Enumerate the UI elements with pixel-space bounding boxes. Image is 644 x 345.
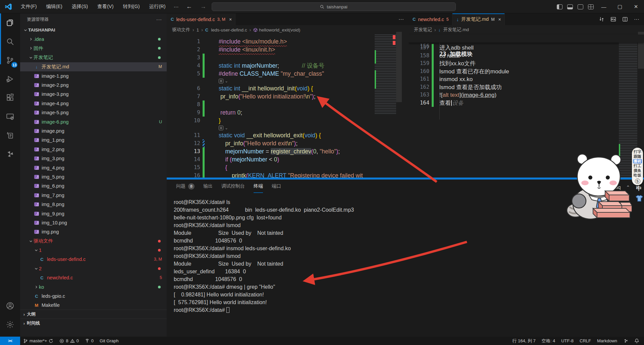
split-editor-icon[interactable] [622, 16, 628, 22]
customize-layout-icon[interactable] [588, 4, 594, 9]
search-view-icon[interactable] [0, 32, 20, 51]
codelens-row[interactable]: ⌄ [167, 78, 409, 84]
code-line-16[interactable]: 16 printk(KERN_ALERT "Registering device… [167, 171, 409, 178]
eol-sequence[interactable]: CRLF [577, 337, 594, 345]
panel-tab-端口[interactable]: 端口 [272, 180, 281, 193]
breadcrumb-item[interactable]: 开发笔记 [414, 27, 432, 33]
code-line-10[interactable]: 10} [167, 117, 409, 125]
md-line-164[interactable]: 164查看设备 [409, 99, 644, 107]
explorer-icon[interactable] [0, 13, 20, 32]
pet-menu-item-跟随[interactable]: 跟随 [633, 154, 642, 159]
md-line-160[interactable]: 160lsmod 查看已存在的module [409, 68, 644, 76]
tree-item-img_8.png[interactable]: img_8.png [20, 200, 167, 209]
toggle-sidebar-icon[interactable] [557, 4, 562, 9]
tab-leds-user-defind[interactable]: C leds-user-defind.c 3, M × [167, 13, 235, 25]
nav-back-button[interactable]: ← [182, 2, 196, 11]
menu-item-4[interactable]: 转到(G) [118, 2, 145, 11]
code-line-15[interactable]: 15 { [167, 163, 409, 171]
extensions-icon[interactable] [0, 88, 20, 107]
terminal-output[interactable]: root@RK356X:/data# ls200frames_count.h26… [174, 198, 354, 314]
pet-menu-s-badge[interactable]: S [635, 179, 640, 184]
toggle-panel-icon[interactable] [567, 4, 573, 9]
toggle-secondary-sidebar-icon[interactable] [578, 4, 583, 9]
panel-tab-输出[interactable]: 输出 [203, 180, 213, 193]
ports-status[interactable]: 0 [82, 337, 97, 345]
settings-gear-icon[interactable] [0, 315, 20, 334]
breadcrumb-item[interactable]: 驱动文件 [172, 27, 190, 33]
code-line-3[interactable]: 3 [167, 54, 409, 62]
outline-section[interactable]: ›大纲 [20, 309, 167, 319]
code-line-1[interactable]: 1#include <linux/module.h> [167, 38, 409, 46]
tree-item-img_7.png[interactable]: img_7.png [20, 191, 167, 200]
command-center-search[interactable]: taishanpai [212, 2, 456, 11]
pet-menu-item-摸鱼[interactable]: 摸鱼 [633, 168, 642, 173]
panel-tab-调试控制台[interactable]: 调试控制台 [221, 180, 245, 193]
panel-tab-终端[interactable]: 终端 [254, 180, 263, 193]
timeline-section[interactable]: ›时间线 [20, 319, 167, 328]
sticky-scroll-line[interactable]: 156 23.加载模块 [409, 34, 644, 43]
tree-item-.idea[interactable]: .idea [20, 34, 167, 44]
tree-item-开发笔记[interactable]: 开发笔记 [20, 53, 167, 62]
remote-explorer-icon[interactable] [0, 107, 20, 126]
scrollbar-left[interactable] [396, 32, 402, 102]
tree-item-固件[interactable]: 固件 [20, 44, 167, 53]
tree-item-TAISHANPAI[interactable]: TAISHANPAI [20, 25, 167, 34]
minimize-button[interactable]: — [596, 0, 612, 13]
md-line-162[interactable]: 162lsmod 查看是否加载成功 [409, 83, 644, 91]
indentation[interactable]: 空格: 4 [539, 337, 558, 345]
tree-item-img_9.png[interactable]: img_9.png [20, 209, 167, 218]
ai-status-icon[interactable] [620, 337, 631, 345]
md-line-159[interactable]: 159找到xx.ko文件 [409, 60, 644, 68]
code-line-4[interactable]: 4static int majorNumber; // 设备号 [167, 62, 409, 70]
pet-menu-item-吃饭[interactable]: 吃饭 [633, 173, 642, 178]
code-line-7[interactable]: 7 pr_info("Hello world initialization!\n… [167, 92, 409, 100]
live-preview-icon[interactable] [0, 126, 20, 145]
tree-item-Makefile[interactable]: MMakefile [20, 301, 167, 310]
menu-item-2[interactable]: 选择(S) [67, 2, 93, 11]
code-line-8[interactable]: 8 [167, 100, 409, 109]
breadcrumb-item[interactable]: 开发笔记.md [443, 27, 469, 33]
editor-more-actions[interactable]: ··· [398, 16, 404, 22]
cursor-position[interactable]: 行 164, 列 7 [509, 337, 538, 345]
accounts-icon[interactable] [0, 296, 20, 315]
panel-tab-问题[interactable]: 问题8 [176, 180, 195, 193]
minimap-left[interactable] [375, 34, 396, 115]
tree-item-image-1.png[interactable]: image-1.png [20, 71, 167, 80]
ai-assistant-pinwheel-icon[interactable] [0, 145, 20, 163]
tree-item-leds-gpio.c[interactable]: Cleds-gpio.c [20, 291, 167, 300]
tab-dev-notes-md[interactable]: ↓ 开发笔记.md M × [452, 13, 505, 25]
remote-indicator[interactable]: >< [0, 337, 20, 345]
tree-item-开发笔记.md[interactable]: ↓开发笔记.mdM [20, 62, 167, 71]
menu-item-0[interactable]: 文件(F) [16, 2, 42, 11]
tree-item-img_10.png[interactable]: img_10.png [20, 218, 167, 227]
tree-item-image-3.png[interactable]: image-3.png [20, 90, 167, 99]
tree-item-image-4.png[interactable]: image-4.png [20, 99, 167, 108]
tree-item-newchrled.c[interactable]: Cnewchrled.c5 [20, 273, 167, 282]
code-line-12[interactable]: 12 pr_info("Hello world exit\n"); [167, 139, 409, 147]
tree-item-img.png[interactable]: img.png [20, 227, 167, 236]
code-line-13[interactable]: 13 mejornNumber = register_chrdev(0, "he… [167, 147, 409, 155]
maximize-button[interactable]: ▢ [612, 0, 628, 13]
notifications-bell-icon[interactable] [631, 337, 644, 345]
tree-item-image-2.png[interactable]: image-2.png [20, 80, 167, 89]
problems-status[interactable]: 8 0 [56, 337, 82, 345]
tree-item-img_3.png[interactable]: img_3.png [20, 154, 167, 163]
source-control-icon[interactable]: 13 [0, 51, 20, 70]
code-line-5[interactable]: 5#define CLASS_NAME "my_char_class" [167, 70, 409, 78]
codelens-row[interactable]: ⌄ [167, 125, 409, 131]
nav-forward-button[interactable]: → [196, 2, 210, 11]
explorer-more-actions[interactable]: ··· [156, 17, 162, 22]
code-line-14[interactable]: 14 if (mejorNumber < 0) [167, 155, 409, 163]
breadcrumb-left[interactable]: 驱动文件›1›Cleds-user-defind.c›helloworld_ex… [167, 25, 409, 34]
code-editor-area[interactable]: 1#include <linux/module.h>2#include <lin… [167, 34, 409, 178]
pet-shirt-icon[interactable] [635, 195, 643, 202]
tree-item-ko[interactable]: ko [20, 282, 167, 291]
tree-item-image.png[interactable]: image.png [20, 126, 167, 135]
breadcrumb-item[interactable]: helloworld_exit(void) [259, 27, 300, 32]
pet-menu-item-打字[interactable]: 打字 [633, 150, 642, 154]
code-line-11[interactable]: 11static void __exit helloworld_exit(voi… [167, 131, 409, 139]
menu-item-5[interactable]: 运行(R) [144, 2, 170, 11]
md-line-163[interactable]: 163![alt text](image-6.png) [409, 91, 644, 99]
compare-changes-icon[interactable] [599, 16, 604, 22]
tree-item-驱动文件[interactable]: 驱动文件 [20, 236, 167, 246]
